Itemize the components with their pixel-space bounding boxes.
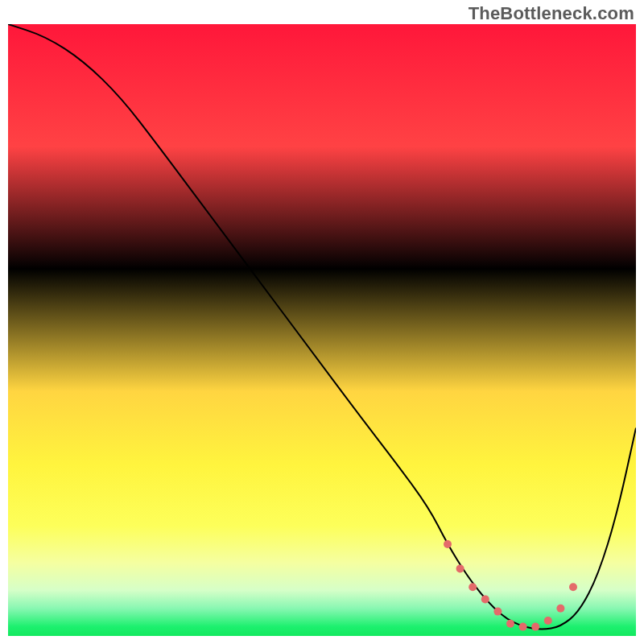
watermark-text: TheBottleneck.com [469, 3, 634, 24]
highlight-dot [569, 583, 577, 591]
highlight-dot [481, 595, 489, 603]
chart-stage: TheBottleneck.com [0, 0, 644, 644]
highlight-dot [556, 605, 564, 613]
highlight-dot [519, 623, 527, 631]
highlight-dot [506, 620, 514, 628]
highlight-dot [493, 608, 502, 616]
highlight-dot [544, 617, 552, 625]
plot-area [8, 24, 636, 636]
highlight-dot [456, 564, 464, 572]
gradient-rect [8, 24, 636, 636]
highlight-dot [469, 583, 477, 591]
highlight-dot [444, 540, 452, 548]
highlight-dot [531, 623, 539, 631]
chart-svg [8, 24, 636, 636]
